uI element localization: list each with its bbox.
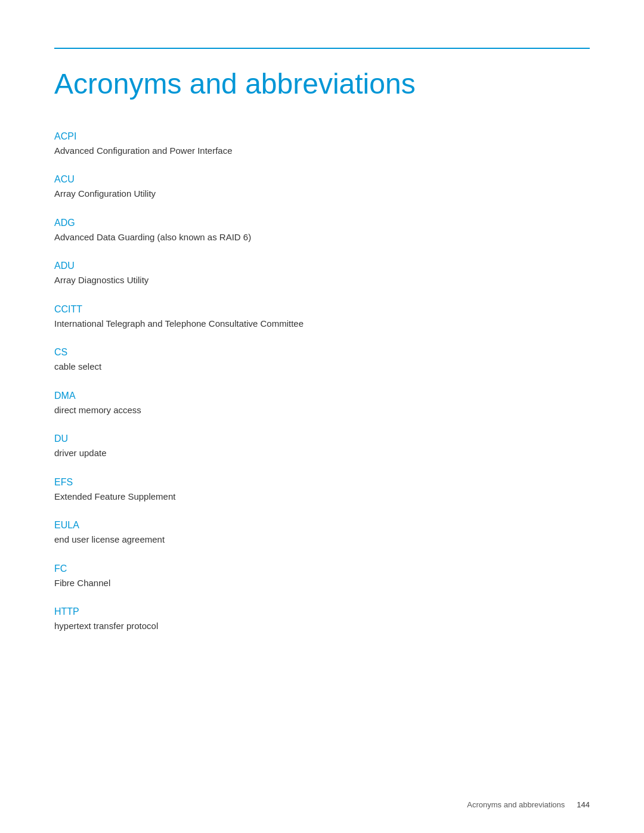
acronym-term: CCITT [54,304,590,315]
acronym-term: ACPI [54,131,590,142]
acronym-entry: ACUArray Configuration Utility [54,174,590,201]
acronym-entry: EFSExtended Feature Supplement [54,477,590,504]
acronym-list: ACPIAdvanced Configuration and Power Int… [54,131,590,650]
page-container: Acronyms and abbreviations ACPIAdvanced … [0,0,644,698]
acronym-definition: end user license agreement [54,533,590,547]
acronym-definition: Array Configuration Utility [54,187,590,201]
acronym-entry: ADUArray Diagnostics Utility [54,261,590,287]
acronym-entry: DMAdirect memory access [54,391,590,417]
acronym-entry: DUdriver update [54,433,590,460]
acronym-definition: cable select [54,360,590,374]
acronym-definition: driver update [54,447,590,460]
acronym-term: CS [54,347,590,358]
acronym-term: ACU [54,174,590,185]
acronym-definition: direct memory access [54,404,590,417]
acronym-entry: EULAend user license agreement [54,520,590,547]
acronym-entry: ADGAdvanced Data Guarding (also known as… [54,218,590,244]
acronym-term: ADG [54,218,590,228]
acronym-entry: FCFibre Channel [54,563,590,590]
footer: Acronyms and abbreviations 144 [467,800,590,809]
acronym-term: EFS [54,477,590,488]
footer-page-number: 144 [577,800,590,809]
acronym-term: DU [54,433,590,444]
acronym-term: ADU [54,261,590,271]
acronym-term: HTTP [54,606,590,617]
acronym-entry: CCITTInternational Telegraph and Telepho… [54,304,590,331]
acronym-term: EULA [54,520,590,531]
acronym-definition: Advanced Configuration and Power Interfa… [54,144,590,158]
acronym-term: FC [54,563,590,574]
acronym-entry: HTTPhypertext transfer protocol [54,606,590,633]
acronym-definition: Extended Feature Supplement [54,490,590,504]
acronym-entry: CScable select [54,347,590,374]
acronym-entry: ACPIAdvanced Configuration and Power Int… [54,131,590,158]
acronym-definition: Fibre Channel [54,577,590,590]
page-title: Acronyms and abbreviations [54,67,590,101]
acronym-definition: Advanced Data Guarding (also known as RA… [54,231,590,244]
footer-section-label: Acronyms and abbreviations [467,800,565,809]
acronym-definition: Array Diagnostics Utility [54,274,590,287]
top-rule [54,48,590,49]
acronym-term: DMA [54,391,590,401]
acronym-definition: hypertext transfer protocol [54,620,590,633]
acronym-definition: International Telegraph and Telephone Co… [54,317,590,331]
